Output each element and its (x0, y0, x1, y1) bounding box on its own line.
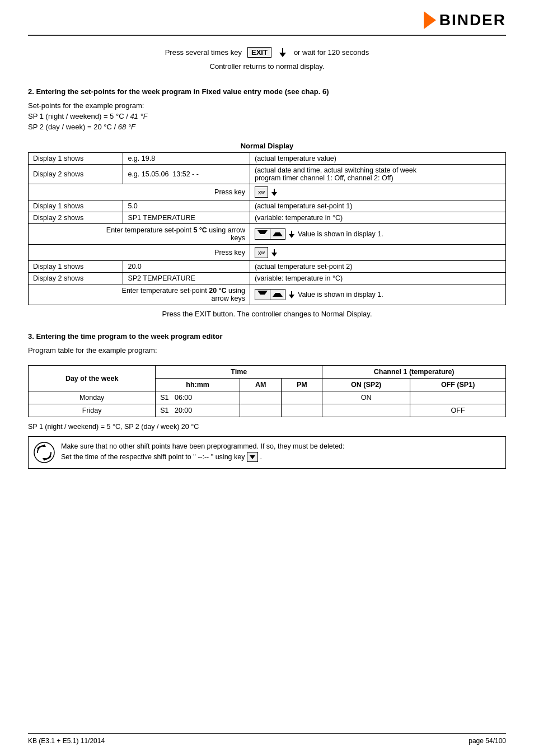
section2-sub1: Set-points for the example program: (28, 101, 506, 110)
logo-arrow-icon (424, 11, 436, 29)
table-row: Display 1 shows e.g. 19.8 (actual temper… (29, 153, 506, 165)
table-cell: OFF (410, 404, 506, 417)
col-pm: PM (282, 379, 322, 391)
col-hhmm: hh:mm (156, 379, 240, 391)
table-header-row: Day of the week Time Channel 1 (temperat… (29, 366, 506, 379)
section3-sub1: Program table for the example program: (28, 346, 506, 354)
table-cell: Display 1 shows (29, 153, 123, 165)
table-cell: Friday (29, 404, 156, 417)
section2: 2. Entering the set-points for the week … (28, 87, 506, 318)
footer-left: KB (E3.1 + E5.1) 11/2014 (28, 737, 105, 745)
section2-sub3: SP 2 (day / week) = 20 °C / 68 °F (28, 123, 506, 131)
press-key-row: Press key xw (29, 184, 506, 200)
table-row: Display 1 shows 20.0 (actual temperature… (29, 261, 506, 273)
col-on: ON (SP2) (322, 379, 410, 391)
table-row: Display 2 shows SP2 TEMPERATURE (variabl… (29, 273, 506, 284)
value-shown2-label: Value is shown in display 1. (298, 291, 383, 298)
note-line2: Set the time of the respective shift poi… (61, 452, 345, 463)
section3: 3. Entering the time program to the week… (28, 332, 506, 469)
down-arrow-icon (279, 48, 286, 57)
exit-key: EXIT (247, 47, 271, 58)
down-arrow3-icon (289, 291, 294, 298)
section2-title: 2. Entering the set-points for the week … (28, 87, 506, 96)
note-text: Make sure that no other shift points hav… (61, 441, 345, 463)
value-shown-label: Value is shown in display 1. (298, 230, 383, 238)
table-row: Friday S1 20:00 OFF (29, 404, 506, 417)
table-cell: SP2 TEMPERATURE (123, 273, 250, 284)
table-cell: 20.0 (123, 261, 250, 273)
press-key-label: Press key (214, 188, 245, 196)
press-key-label2: Press key (214, 249, 245, 256)
nav-down2-key[interactable] (255, 290, 270, 300)
table-cell: e.g. 19.8 (123, 153, 250, 165)
table-cell (410, 391, 506, 404)
table-cell: (actual temperature value) (250, 153, 505, 165)
table-cell: Display 2 shows (29, 165, 123, 184)
enter-sp2-row: Enter temperature set-point 20 °C usinga… (29, 284, 506, 305)
table-cell: Display 1 shows (29, 261, 123, 273)
col-day-header: Day of the week (29, 366, 156, 391)
or-wait-text: or wait for 120 seconds (294, 48, 369, 57)
normal-display-title: Normal Display (28, 142, 506, 150)
table-cell: (actual date and time, actual switching … (250, 165, 505, 184)
press-key-row2: Press key xw (29, 245, 506, 261)
table-cell: 5.0 (123, 200, 250, 212)
col-off: OFF (SP1) (410, 379, 506, 391)
nav-keys2-icon[interactable] (255, 289, 285, 300)
table-cell: ON (322, 391, 410, 404)
col-am: AM (240, 379, 282, 391)
page: BINDER Press several times key EXIT or w… (0, 0, 534, 756)
note-box: Make sure that no other shift points hav… (28, 436, 506, 469)
table-cell (322, 404, 410, 417)
note-line1: Make sure that no other shift points hav… (61, 441, 345, 452)
controller-returns: Controller returns to normal display. (28, 62, 506, 71)
table-row: Display 1 shows 5.0 (actual temperature … (29, 200, 506, 212)
col-channel-header: Channel 1 (temperature) (322, 366, 506, 379)
logo: BINDER (424, 11, 506, 29)
logo-text: BINDER (439, 11, 506, 29)
table-row: Monday S1 06:00 ON (29, 391, 506, 404)
table-cell: S1 06:00 (156, 391, 240, 404)
press-key-label: Press several times key (165, 48, 242, 57)
xw-key-icon[interactable]: xw (255, 186, 268, 198)
footer-right: page 54/100 (469, 737, 506, 745)
table-cell: (actual temperature set-point 2) (250, 261, 505, 273)
col-time-header: Time (156, 366, 322, 379)
table-cell: Display 1 shows (29, 200, 123, 212)
table-row: Display 2 shows SP1 TEMPERATURE (variabl… (29, 212, 506, 224)
section2-sub2: SP 1 (night / weekend) = 5 °C / 41 °F (28, 112, 506, 120)
section3-title: 3. Entering the time program to the week… (28, 332, 506, 340)
table-cell: e.g. 15.05.06 13:52 - - (123, 165, 250, 184)
table-cell: (variable: temperature in °C) (250, 212, 505, 224)
nav-keys-icon[interactable] (255, 228, 285, 240)
nav-down-key-icon[interactable] (247, 452, 258, 462)
header: BINDER (28, 11, 506, 36)
table-cell: Display 2 shows (29, 212, 123, 224)
table-cell: S1 20:00 (156, 404, 240, 417)
exit-note: Press the EXIT button. The controller ch… (28, 310, 506, 318)
table-cell: SP1 TEMPERATURE (123, 212, 250, 224)
nav-down-key[interactable] (255, 229, 270, 239)
warning-icon (33, 441, 55, 464)
table-cell (240, 404, 282, 417)
down-arrow2-icon (271, 249, 277, 256)
table-cell (282, 391, 322, 404)
enter-sp1-row: Enter temperature set-point 5 °C using a… (29, 224, 506, 245)
exit-row: Press several times key EXIT or wait for… (28, 47, 506, 58)
nav-up-key[interactable] (270, 229, 285, 239)
table-cell: (variable: temperature in °C) (250, 273, 505, 284)
program-table: Day of the week Time Channel 1 (temperat… (28, 365, 506, 417)
table-row: Display 2 shows e.g. 15.05.06 13:52 - - … (29, 165, 506, 184)
nav-up2-key[interactable] (270, 290, 285, 300)
table-cell: Monday (29, 391, 156, 404)
top-section: Press several times key EXIT or wait for… (28, 47, 506, 71)
table-cell: (actual temperature set-point 1) (250, 200, 505, 212)
down-arrow-icon (289, 231, 294, 238)
table-cell (282, 404, 322, 417)
table-cell: Display 2 shows (29, 273, 123, 284)
sp-note: SP 1 (night / weekend) = 5 °C, SP 2 (day… (28, 423, 506, 431)
xw-key2-icon[interactable]: xw (255, 247, 268, 258)
footer: KB (E3.1 + E5.1) 11/2014 page 54/100 (28, 733, 506, 745)
display-table-1: Display 1 shows e.g. 19.8 (actual temper… (28, 152, 506, 305)
down-arrow-icon (271, 189, 277, 196)
